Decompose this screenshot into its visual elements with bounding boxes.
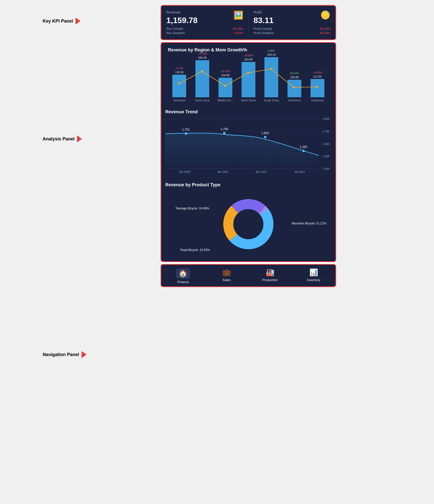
- bar-group-1: -14.24%226.40Each China: [191, 52, 214, 102]
- analysis-arrow: [77, 135, 82, 142]
- bar-rect-0: [172, 75, 186, 97]
- nav-sales-label: Sales: [223, 278, 231, 282]
- nav-finance[interactable]: 🏠 Finance: [161, 268, 205, 284]
- nav-finance-icon-bg: 🏠: [176, 268, 190, 279]
- bar-chart: -9.73%135.92Northeast-14.24%226.40Each C…: [168, 57, 329, 102]
- donut-label-mountain: Mountain Bicycle: 51.21%: [292, 222, 326, 225]
- profit-comp-value: 55.26%: [320, 27, 330, 31]
- bar-label-1: Each China: [195, 99, 209, 102]
- kpi-divider: [248, 10, 249, 35]
- nav-inventory-label: Inventory: [307, 278, 320, 282]
- analysis-panel-label: Analysis Panel: [43, 135, 82, 142]
- revenue-card: Revenue 1,159.78 Rev Comp% 95.44% Rev Gr…: [166, 10, 243, 35]
- profit-comp-label: Profit Comp%: [254, 27, 272, 31]
- bar-value-1: 226.40: [198, 56, 207, 59]
- revenue-icon: 🖼️: [233, 10, 243, 20]
- svg-point-7: [185, 132, 187, 135]
- svg-point-9: [264, 136, 266, 138]
- rev-growth-value: -9.55%: [234, 31, 243, 35]
- svg-text:1,751: 1,751: [182, 128, 190, 131]
- nav-arrow: [82, 351, 87, 358]
- finance-icon: 🏠: [179, 270, 187, 277]
- y-label-1500: 1,500: [322, 142, 329, 145]
- profit-growth-label: Profit Growth%: [254, 31, 274, 35]
- bar-pct-4: 2.86%: [268, 49, 275, 52]
- y-label-1750: 1,750: [322, 130, 329, 133]
- bar-label-0: Northeast: [173, 99, 185, 102]
- profit-card: Profit 83.11 Profit Comp% 55.26% Profit …: [254, 10, 331, 35]
- svg-point-8: [223, 132, 226, 134]
- bar-group-4: 2.86%245.10South China: [260, 49, 283, 102]
- bar-label-5: Northwest: [288, 99, 301, 102]
- bar-group-3: -19.56%215.69North China: [237, 54, 260, 102]
- profit-icon: 🪙: [320, 10, 330, 20]
- bar-rect-5: [287, 80, 301, 97]
- svg-text:1,663: 1,663: [261, 131, 269, 135]
- x-label-jul2021: Jul 2021: [280, 170, 319, 173]
- nav-panel: 🏠 Finance 💼 Sales 🏭 Production 📊 Invento…: [161, 264, 336, 287]
- svg-text:1,756: 1,756: [221, 127, 228, 131]
- nav-inventory[interactable]: 📊 Inventory: [292, 268, 336, 284]
- rev-growth-label: Rev Growth%: [166, 31, 185, 35]
- profit-title: Profit: [254, 10, 331, 14]
- nav-sales[interactable]: 💼 Sales: [205, 268, 249, 284]
- bar-pct-0: -9.73%: [175, 67, 183, 70]
- trend-chart: 2,000 1,750 1,500 1,250 1,000: [165, 119, 319, 169]
- svg-point-10: [302, 150, 305, 152]
- donut-label-teenage: Teenage Bicycle: 24.86%: [175, 207, 209, 210]
- nav-production[interactable]: 🏭 Production: [248, 268, 292, 284]
- bar-rect-1: [195, 60, 209, 97]
- nav-panel-label: Navigation Panel: [43, 351, 87, 358]
- bar-value-4: 245.10: [267, 53, 276, 56]
- analysis-panel: Revenue by Region & Mom Growth% -9.73%13…: [161, 42, 336, 262]
- bar-value-0: 135.92: [175, 71, 184, 74]
- kpi-panel-label: Key KPI Panel: [43, 18, 81, 25]
- bar-pct-1: -14.24%: [198, 52, 207, 55]
- bar-pct-6: -14.66%: [313, 71, 322, 74]
- profit-growth-value: -66.99%: [319, 31, 330, 35]
- rev-comp-label: Rev Comp%: [166, 27, 183, 31]
- sales-icon: 💼: [222, 268, 231, 277]
- bar-chart-section: Revenue by Region & Mom Growth% -9.73%13…: [165, 47, 331, 102]
- revenue-title: Revenue: [166, 10, 243, 14]
- rev-comp-value: 95.44%: [233, 27, 243, 31]
- bar-group-6: -14.66%111.92Southwest: [306, 71, 329, 102]
- x-label-oct2020: Oct 2020: [165, 170, 204, 173]
- revenue-value: 1,159.78: [166, 16, 243, 25]
- bar-rect-4: [264, 57, 278, 97]
- bar-group-0: -9.73%135.92Northeast: [168, 67, 191, 102]
- donut-title: Revenue by Product Type: [165, 182, 331, 188]
- bar-group-5: 34.37%105.86Northwest: [283, 72, 306, 102]
- profit-value: 83.11: [254, 16, 331, 25]
- donut-container: Teenage Bicycle: 24.86% Mountain Bicycle…: [165, 192, 331, 257]
- donut-label-road: Road Bicycle: 23.93%: [180, 248, 210, 252]
- bar-rect-2: [219, 78, 232, 97]
- grid-line-1000: 1,000: [166, 169, 319, 169]
- nav-finance-label: Finance: [177, 280, 189, 284]
- bar-rect-6: [311, 79, 324, 97]
- trend-title: Revenue Trend: [165, 109, 331, 115]
- nav-production-label: Production: [262, 278, 278, 282]
- inventory-icon: 📊: [309, 268, 318, 277]
- bar-value-5: 105.86: [290, 76, 299, 79]
- bar-label-4: South China: [264, 99, 279, 102]
- y-label-1250: 1,250: [322, 155, 329, 158]
- trend-svg: 1,751 1,756 1,663 1,282: [166, 119, 319, 169]
- bar-pct-3: -19.56%: [244, 54, 253, 57]
- kpi-panel: Revenue 1,159.78 Rev Comp% 95.44% Rev Gr…: [161, 5, 336, 40]
- svg-point-19: [238, 214, 258, 234]
- y-label-2000: 2,000: [322, 117, 329, 120]
- production-icon: 🏭: [266, 268, 274, 277]
- y-label-1000: 1,000: [322, 167, 329, 170]
- bar-value-3: 215.69: [244, 58, 253, 61]
- bar-chart-title: Revenue by Region & Mom Growth%: [168, 47, 329, 53]
- trend-x-labels: Oct 2020 Jan 2021 Apr 2021 Jul 2021: [165, 169, 319, 175]
- bar-pct-2: -21.41%: [221, 70, 230, 73]
- bar-pct-5: 34.37%: [290, 72, 299, 75]
- bar-group-2: -21.41%118.90Middle Chi...: [214, 70, 237, 102]
- bar-label-3: North China: [241, 99, 256, 102]
- bar-value-2: 118.90: [221, 74, 230, 77]
- x-label-jan2021: Jan 2021: [204, 170, 242, 173]
- x-label-apr2021: Apr 2021: [242, 170, 280, 173]
- bar-value-6: 111.92: [313, 75, 322, 78]
